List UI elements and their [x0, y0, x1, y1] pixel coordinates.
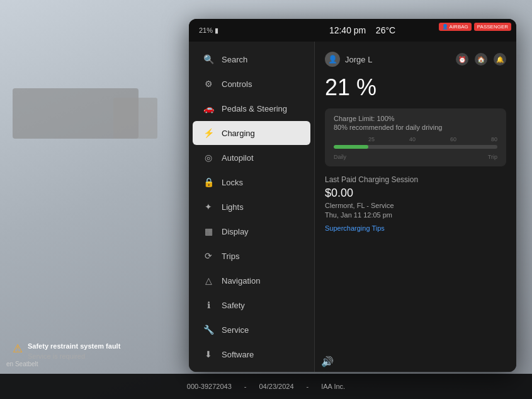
pedals-icon: 🚗 — [203, 103, 214, 114]
time-display: 12:40 pm 26°C — [329, 25, 395, 35]
menu-item-controls[interactable]: ⚙ Controls — [193, 72, 310, 96]
seatbelt-label: en Seatbelt — [6, 361, 38, 367]
airbag-badge: 👤 AIRBAG — [439, 23, 472, 31]
menu-label-display: Display — [222, 227, 249, 236]
menu-label-lights: Lights — [222, 202, 244, 212]
last-charge-amount: $0.00 — [325, 187, 506, 200]
menu-item-autopilot[interactable]: ◎ Autopilot — [193, 146, 310, 170]
menu-item-safety[interactable]: ℹ Safety — [193, 293, 310, 317]
auction-date: 04/23/2024 — [259, 383, 293, 390]
menu-item-lights[interactable]: ✦ Lights — [193, 195, 310, 219]
status-bar: 21% ▮ 12:40 pm 26°C 👤 AIRBAG PASSENGER — [189, 19, 516, 42]
service-icon: 🔧 — [203, 324, 214, 335]
truck-cab — [113, 98, 157, 139]
tesla-screen: 21% ▮ 12:40 pm 26°C 👤 AIRBAG PASSENGER — [189, 19, 516, 372]
battery-percent: 21% — [199, 26, 213, 34]
passenger-label: PASSENGER — [477, 24, 508, 30]
charge-recommended-label: 80% recommended for daily driving — [334, 124, 497, 131]
menu-label-controls: Controls — [222, 79, 252, 89]
charge-bar-container: 25 40 60 80 Daily Trip — [334, 136, 497, 160]
airbag-label: AIRBAG — [450, 24, 468, 30]
menu-item-trips[interactable]: ⟳ Trips — [193, 244, 310, 268]
controls-icon: ⚙ — [203, 78, 214, 90]
safety-icon: ℹ — [203, 299, 214, 311]
software-icon: ⬇ — [203, 349, 214, 360]
menu-label-locks: Locks — [222, 178, 243, 187]
separator-2: - — [307, 383, 309, 390]
charge-progress-bar[interactable] — [334, 145, 497, 149]
battery-percentage-display: 21 % — [325, 74, 506, 101]
menu-item-locks[interactable]: 🔒 Locks — [193, 170, 310, 194]
status-time: 12:40 pm 26°C — [329, 25, 395, 35]
menu-label-search: Search — [222, 55, 247, 64]
display-icon: ▦ — [203, 226, 214, 237]
header-action-icons: ⏰ 🏠 🔔 — [456, 53, 506, 66]
home-icon[interactable]: 🏠 — [475, 53, 487, 66]
navigation-icon: △ — [203, 275, 214, 286]
timer-icon[interactable]: ⏰ — [456, 53, 468, 66]
charge-bar-labels: Daily Trip — [334, 154, 497, 160]
menu-label-autopilot: Autopilot — [222, 153, 254, 163]
trips-icon: ⟳ — [203, 250, 214, 262]
warning-text-block: Safety restraint system fault Service is… — [28, 342, 120, 361]
marker-60: 60 — [450, 136, 456, 142]
safety-warning-overlay: ⚠ Safety restraint system fault Service … — [13, 342, 120, 361]
last-charge-location: Clermont, FL - Service Thu, Jan 11 12:05… — [325, 201, 506, 221]
menu-label-software: Software — [222, 350, 254, 359]
menu-label-navigation: Navigation — [222, 276, 260, 286]
menu-item-software[interactable]: ⬇ Software — [193, 342, 310, 366]
daily-label: Daily — [334, 154, 346, 160]
last-charge-section: Last Paid Charging Session $0.00 Clermon… — [325, 175, 506, 232]
charge-limit-label: Charge Limit: 100% — [334, 115, 497, 122]
right-panel: 👤 Jorge L ⏰ 🏠 🔔 21 % Charge Limit: 100% … — [315, 42, 516, 372]
menu-item-service[interactable]: 🔧 Service — [193, 318, 310, 342]
user-info-bar: 👤 Jorge L ⏰ 🏠 🔔 — [325, 52, 506, 67]
battery-icon: ▮ — [215, 26, 218, 35]
warning-title: Safety restraint system fault — [28, 342, 120, 351]
bottom-info-bar: 000-39272043 - 04/23/2024 - IAA Inc. — [0, 374, 532, 399]
volume-icon[interactable]: 🔊 — [321, 356, 334, 367]
marker-40: 40 — [409, 136, 416, 142]
separator-1: - — [244, 383, 247, 390]
charge-bar-numbers: 25 40 60 80 — [334, 136, 497, 142]
airbag-icon: 👤 — [442, 24, 448, 30]
avatar-icon: 👤 — [328, 55, 337, 64]
charge-info-card: Charge Limit: 100% 80% recommended for d… — [325, 108, 506, 166]
user-name: Jorge L — [345, 55, 372, 64]
menu-label-safety: Safety — [222, 301, 245, 310]
menu-item-search[interactable]: 🔍 Search — [193, 47, 310, 71]
charging-icon: ⚡ — [203, 127, 214, 139]
status-left: 21% ▮ — [199, 26, 218, 35]
menu-label-trips: Trips — [222, 252, 239, 261]
menu-item-navigation[interactable]: △ Navigation — [193, 269, 310, 292]
menu-item-pedals[interactable]: 🚗 Pedals & Steering — [193, 96, 310, 120]
last-charge-title: Last Paid Charging Session — [325, 175, 506, 184]
auction-company: IAA Inc. — [321, 383, 345, 390]
passenger-badge: PASSENGER — [474, 23, 511, 31]
main-content: 🔍 Search ⚙ Controls 🚗 Pedals & Steering … — [189, 42, 516, 372]
search-icon: 🔍 — [203, 54, 214, 65]
charge-progress-fill — [334, 145, 368, 149]
locks-icon: 🔒 — [203, 176, 214, 188]
warning-subtitle: Service is required — [28, 352, 120, 361]
location-text: Clermont, FL - Service — [325, 202, 394, 209]
marker-80: 80 — [491, 136, 497, 142]
menu-label-charging: Charging — [222, 129, 255, 138]
safety-icons: 👤 AIRBAG PASSENGER — [439, 23, 511, 31]
battery-indicator: 21% ▮ — [199, 26, 218, 35]
menu-item-upgrades[interactable]: 🔒 Upgrades — [193, 367, 310, 372]
menu-item-display[interactable]: ▦ Display — [193, 219, 310, 243]
charge-date: Thu, Jan 11 12:05 pm — [325, 211, 392, 219]
menu-label-service: Service — [222, 325, 249, 335]
marker-25: 25 — [368, 136, 375, 142]
autopilot-icon: ◎ — [203, 152, 214, 163]
supercharging-tips-link[interactable]: Supercharging Tips — [325, 224, 506, 232]
vehicle-id: 000-39272043 — [187, 383, 232, 390]
menu-label-pedals: Pedals & Steering — [222, 104, 287, 113]
user-avatar: 👤 — [325, 52, 340, 67]
warning-triangle-icon: ⚠ — [13, 342, 23, 356]
menu-item-charging[interactable]: ⚡ Charging — [193, 121, 310, 145]
left-menu: 🔍 Search ⚙ Controls 🚗 Pedals & Steering … — [189, 42, 315, 372]
trip-label: Trip — [488, 154, 497, 160]
bell-icon[interactable]: 🔔 — [494, 53, 506, 66]
